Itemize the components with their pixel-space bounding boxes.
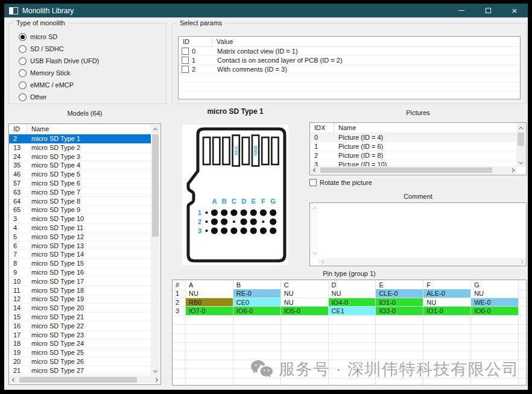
contact-dot (250, 227, 257, 234)
pin-cell[interactable]: CE1 (329, 307, 376, 316)
scroll-left-button[interactable] (10, 376, 18, 384)
models-row[interactable]: 21micro SD Type 27 (9, 366, 151, 375)
comment-vscrollbar[interactable] (310, 203, 318, 258)
scroll-up-button[interactable] (516, 124, 525, 132)
scroll-left-button[interactable] (311, 166, 319, 174)
scroll-down-button[interactable] (516, 158, 525, 167)
comment-text[interactable] (320, 204, 525, 257)
pin-cell[interactable]: IO6-0 (233, 307, 281, 316)
params-row[interactable]: 1Contact is on second layer of PCB (ID =… (179, 56, 520, 65)
models-hscrollbar[interactable] (10, 376, 160, 384)
pin-cell[interactable]: NU (281, 298, 329, 307)
pin-cell[interactable]: CLE-0 (376, 289, 423, 298)
models-row[interactable]: 4micro SD Type 11 (9, 224, 151, 233)
pin-cell[interactable]: ALE-0 (423, 289, 471, 298)
pin-cell[interactable]: RB0 (186, 298, 233, 307)
contact-dot (241, 218, 247, 225)
rotate-picture-option[interactable]: Rotate the picture (309, 179, 372, 186)
models-row[interactable]: 6micro SD Type 13 (9, 242, 151, 251)
scroll-left-button[interactable] (320, 258, 327, 266)
models-row[interactable]: 18micro SD Type 24 (9, 339, 151, 348)
vscroll-thumb[interactable] (152, 134, 159, 237)
pin-cell[interactable]: IO7-0 (186, 307, 233, 316)
scroll-up-button[interactable] (310, 204, 318, 211)
pictures-row[interactable]: 1Picture (ID = 6) (310, 142, 517, 151)
pin-cell[interactable]: NU (329, 289, 376, 298)
pin-cell[interactable]: NU (471, 289, 519, 298)
pin-cell[interactable]: NU (423, 298, 471, 307)
pin-empty-strip (519, 378, 526, 386)
models-row[interactable]: 19micro SD Type 25 (9, 348, 151, 357)
models-row[interactable]: 20micro SD Type 26 (9, 357, 151, 366)
param-checkbox[interactable] (182, 48, 189, 55)
models-row[interactable]: 64micro SD Type 8 (9, 197, 151, 206)
pin-cell[interactable]: CE0 (233, 298, 281, 307)
param-checkbox[interactable] (182, 66, 189, 73)
pin-cell[interactable]: NU (281, 289, 329, 298)
radio-option-emmc-emcp[interactable]: eMMC / eMCP (19, 79, 166, 91)
hscroll-thumb[interactable] (19, 377, 137, 383)
models-row[interactable]: 63micro SD Type 7 (9, 188, 151, 197)
hscroll-thumb[interactable] (320, 167, 492, 173)
models-row[interactable]: 7micro SD Type 14 (9, 250, 151, 259)
models-row[interactable]: 14micro SD Type 20 (9, 304, 151, 313)
minimize-button[interactable] (448, 4, 475, 17)
models-row[interactable]: 57micro SD Type 6 (9, 179, 151, 188)
params-row[interactable]: 2With comments (ID = 3) (179, 65, 520, 74)
models-id: 57 (9, 179, 27, 187)
vscroll-thumb[interactable] (518, 133, 524, 146)
pin-cell[interactable]: IO1-0 (376, 298, 423, 307)
param-checkbox[interactable] (182, 57, 189, 64)
scroll-right-button[interactable] (151, 376, 160, 384)
pictures-row[interactable]: 2Picture (ID = 8) (310, 151, 517, 160)
rotate-picture-checkbox[interactable] (309, 179, 317, 186)
models-row[interactable]: 13micro SD Type 2 (9, 143, 151, 152)
pictures-row[interactable]: 0Picture (ID = 4) (310, 133, 517, 142)
radio-option-usb-flash-drive-ufd-[interactable]: USB Flash Drive (UFD) (19, 55, 166, 67)
models-row[interactable]: 11micro SD Type 18 (9, 286, 151, 295)
models-row[interactable]: 3micro SD Type 10 (9, 214, 151, 224)
pin-cell[interactable]: IO0-0 (471, 307, 519, 316)
models-row[interactable]: 17micro SD Type 23 (9, 331, 151, 340)
models-vscrollbar[interactable] (151, 125, 160, 376)
pictures-vscrollbar[interactable] (516, 124, 525, 167)
card-slot (223, 137, 229, 164)
models-row[interactable]: 2micro SD Type 1 (9, 134, 151, 143)
radio-option-other[interactable]: Other (19, 91, 166, 103)
models-row[interactable]: 65micro SD Type 9 (9, 205, 151, 214)
models-row[interactable]: 15micro SD Type 21 (9, 313, 151, 322)
models-row[interactable]: 10micro SD Type 17 (9, 277, 151, 286)
radio-option-micro-sd[interactable]: micro SD (19, 31, 166, 43)
models-row[interactable]: 12micro SD Type 19 (9, 295, 151, 304)
comment-box[interactable] (309, 202, 527, 266)
contact-dot (221, 218, 227, 225)
pin-cell[interactable]: IO4-0 (329, 298, 376, 307)
models-row[interactable]: 9micro SD Type 16 (9, 268, 151, 277)
pin-cell[interactable]: RE-0 (233, 289, 281, 298)
pin-cell[interactable]: IO3-0 (376, 307, 423, 316)
scroll-right-button[interactable] (518, 258, 525, 266)
models-row[interactable]: 5micro SD Type 12 (9, 233, 151, 242)
models-row[interactable]: 46micro SD Type 5 (9, 170, 151, 179)
maximize-button[interactable] (475, 4, 501, 17)
models-row[interactable]: 8micro SD Type 15 (9, 259, 151, 268)
pin-cell[interactable]: IO1-0 (423, 307, 471, 316)
card-slot (242, 137, 249, 164)
radio-option-sd-sdhc[interactable]: SD / SDHC (19, 43, 166, 55)
scroll-right-button[interactable] (508, 166, 516, 174)
scroll-up-button[interactable] (151, 125, 160, 134)
radio-option-memory-stick[interactable]: Memory Stick (19, 67, 166, 79)
pin-empty-strip (519, 351, 526, 360)
close-button[interactable]: × (501, 4, 528, 17)
models-row[interactable]: 35micro SD Type 4 (9, 161, 151, 170)
scroll-down-button[interactable] (310, 249, 318, 257)
scroll-down-button[interactable] (151, 367, 160, 376)
models-row[interactable]: 24micro SD Type 3 (9, 152, 151, 161)
pin-cell[interactable]: IO5-0 (281, 307, 329, 316)
params-row[interactable]: 0Matrix contact view (ID = 1) (179, 47, 520, 56)
comment-hscrollbar[interactable] (318, 258, 526, 266)
pin-cell[interactable]: NU (186, 289, 233, 298)
pin-cell[interactable]: WE-0 (471, 298, 519, 307)
models-row[interactable]: 16micro SD Type 22 (9, 322, 151, 331)
pictures-hscrollbar[interactable] (311, 166, 516, 174)
